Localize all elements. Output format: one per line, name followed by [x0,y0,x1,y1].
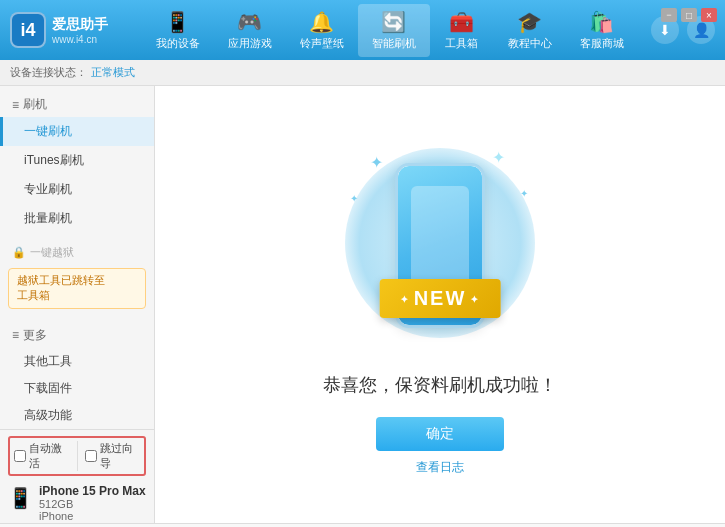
warning-text: 越狱工具已跳转至工具箱 [17,274,105,301]
nav-label-ringtones: 铃声壁纸 [300,36,344,51]
nav-item-my-device[interactable]: 📱 我的设备 [142,4,214,57]
maximize-button[interactable]: □ [681,8,697,22]
star-3: ✦ [350,193,358,204]
nav-item-tutorial[interactable]: 🎓 教程中心 [494,4,566,57]
logo: i4 爱思助手 www.i4.cn [10,12,108,48]
main-layout: ≡ 刷机 一键刷机 iTunes刷机 专业刷机 批量刷机 🔒 一键越狱 越狱工具… [0,86,725,523]
skip-guide-checkbox[interactable]: 跳过向导 [85,441,140,471]
nav-label-toolbox: 工具箱 [445,36,478,51]
sidebar-disabled-jailbreak: 🔒 一键越狱 [0,241,154,264]
logo-icon: i4 [10,12,46,48]
nav-label-service: 客服商城 [580,36,624,51]
new-badge: NEW [380,279,501,318]
device-phone-icon: 📱 [8,486,33,510]
sidebar-section-flash: ≡ 刷机 [0,90,154,117]
close-button[interactable]: × [701,8,717,22]
more-section-icon: ≡ [12,328,19,342]
device-details: iPhone 15 Pro Max 512GB iPhone [39,484,146,522]
jailbreak-label: 一键越狱 [30,245,74,260]
nav-icon-tutorial: 🎓 [517,10,542,34]
auto-activate-label: 自动激活 [29,441,69,471]
checkbox-divider [77,441,78,471]
nav-label-apps-games: 应用游戏 [228,36,272,51]
device-name: iPhone 15 Pro Max [39,484,146,498]
nav-icon-ringtones: 🔔 [309,10,334,34]
nav-label-tutorial: 教程中心 [508,36,552,51]
success-illustration: ✦ ✦ ✦ ✦ NEW [340,133,540,353]
nav-item-apps-games[interactable]: 🎮 应用游戏 [214,4,286,57]
lock-icon: 🔒 [12,246,26,259]
auto-activate-checkbox[interactable]: 自动激活 [14,441,69,471]
nav-item-toolbox[interactable]: 🧰 工具箱 [430,4,494,57]
sidebar-warning-box: 越狱工具已跳转至工具箱 [8,268,146,309]
mode-value: 正常模式 [91,65,135,80]
auto-activate-input[interactable] [14,450,26,462]
sidebar-item-itunes-flash[interactable]: iTunes刷机 [0,146,154,175]
sidebar-bottom: 自动激活 跳过向导 📱 iPhone 15 Pro Max 512GB iPho… [0,429,154,527]
nav-icon-toolbox: 🧰 [449,10,474,34]
skip-guide-input[interactable] [85,450,97,462]
device-type: iPhone [39,510,146,522]
flash-section-label: 刷机 [23,96,47,113]
sidebar-item-advanced[interactable]: 高级功能 [0,402,154,429]
nav-icon-smart-flash: 🔄 [381,10,406,34]
nav-label-my-device: 我的设备 [156,36,200,51]
window-controls: － □ × [661,8,717,22]
sidebar-item-pro-flash[interactable]: 专业刷机 [0,175,154,204]
sidebar: ≡ 刷机 一键刷机 iTunes刷机 专业刷机 批量刷机 🔒 一键越狱 越狱工具… [0,86,155,523]
sidebar-item-one-key-flash[interactable]: 一键刷机 [0,117,154,146]
view-log-link[interactable]: 查看日志 [416,459,464,476]
sidebar-item-other-tools[interactable]: 其他工具 [0,348,154,375]
success-message: 恭喜您，保资料刷机成功啦！ [323,373,557,397]
nav-item-service[interactable]: 🛍️ 客服商城 [566,4,638,57]
logo-text: 爱思助手 www.i4.cn [52,16,108,45]
mode-label: 设备连接状态： [10,65,87,80]
minimize-button[interactable]: － [661,8,677,22]
brand-url: www.i4.cn [52,34,108,45]
nav-icon-my-device: 📱 [165,10,190,34]
star-1: ✦ [370,153,383,172]
nav-item-ringtones[interactable]: 🔔 铃声壁纸 [286,4,358,57]
nav-item-smart-flash[interactable]: 🔄 智能刷机 [358,4,430,57]
brand-name: 爱思助手 [52,16,108,34]
nav-bar: 📱 我的设备 🎮 应用游戏 🔔 铃声壁纸 🔄 智能刷机 🧰 工具箱 🎓 教程中心… [128,4,651,57]
nav-icon-apps-games: 🎮 [237,10,262,34]
checkbox-row: 自动激活 跳过向导 [8,436,146,476]
star-4: ✦ [520,188,528,199]
sidebar-item-download-firmware[interactable]: 下载固件 [0,375,154,402]
star-2: ✦ [492,148,505,167]
sidebar-item-batch-flash[interactable]: 批量刷机 [0,204,154,233]
device-info: 📱 iPhone 15 Pro Max 512GB iPhone [8,482,146,524]
flash-section-icon: ≡ [12,98,19,112]
breadcrumb: 设备连接状态： 正常模式 [0,60,725,86]
device-storage: 512GB [39,498,146,510]
more-section-label: 更多 [23,327,47,344]
content-area: ✦ ✦ ✦ ✦ NEW 恭喜您，保资料刷机成功啦！ 确定 查看日志 [155,86,725,523]
confirm-button[interactable]: 确定 [376,417,504,451]
header: i4 爱思助手 www.i4.cn 📱 我的设备 🎮 应用游戏 🔔 铃声壁纸 🔄… [0,0,725,60]
skip-guide-label: 跳过向导 [100,441,140,471]
nav-label-smart-flash: 智能刷机 [372,36,416,51]
sidebar-section-more: ≡ 更多 [0,321,154,348]
nav-icon-service: 🛍️ [589,10,614,34]
